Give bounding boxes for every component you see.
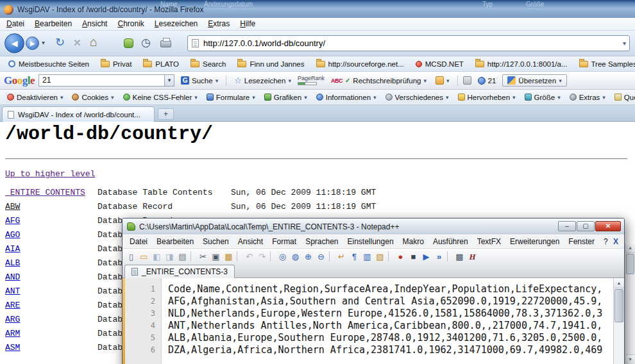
location-bar[interactable]: http://127.0.0.1/world-db/country/ ▾ <box>187 35 630 51</box>
save-all-icon[interactable]: ◨ <box>164 251 176 263</box>
menu-item[interactable]: ? <box>599 237 613 246</box>
paste-icon[interactable]: ▦ <box>223 251 235 263</box>
open-folder-icon[interactable]: ▭ <box>138 251 150 263</box>
scroll-up-icon[interactable]: ▲ <box>625 244 635 253</box>
menu-item[interactable]: Fenster <box>564 237 599 246</box>
highlighter-icon[interactable] <box>463 76 471 85</box>
dropdown-icon[interactable]: ▾ <box>602 94 605 101</box>
bookmark-item[interactable]: Meistbesuchte Seiten <box>3 60 95 68</box>
scroll-up-icon[interactable]: ▲ <box>614 278 624 288</box>
entry-link[interactable]: ALB <box>5 256 20 270</box>
maximize-button[interactable]: ▢ <box>577 221 595 231</box>
dropdown-icon[interactable]: ▾ <box>512 94 516 101</box>
dropdown-icon[interactable]: ▾ <box>216 78 219 84</box>
cut-icon[interactable]: ✂ <box>197 251 209 263</box>
print-icon[interactable] <box>160 40 171 47</box>
webdev-item[interactable]: Deaktivieren ▾ <box>3 94 67 101</box>
menu-item[interactable]: Ansicht <box>77 18 112 30</box>
menu-item[interactable]: Sprachen <box>301 237 343 246</box>
entry-link[interactable]: ARM <box>5 327 20 341</box>
menu-item[interactable]: Format <box>267 237 301 246</box>
undo-icon[interactable]: ↶ <box>243 251 255 263</box>
scrollbar-thumb[interactable] <box>614 289 623 322</box>
run-macro-multiple-icon[interactable]: » <box>433 251 445 263</box>
translate-button[interactable]: Übersetzen ▾ <box>502 74 566 87</box>
webdev-item[interactable]: Extras ▾ <box>565 94 610 101</box>
menu-item[interactable]: Chronik <box>112 18 149 30</box>
menu-item[interactable]: Erweiterungen <box>505 237 564 246</box>
pagerank-indicator[interactable]: PageRank <box>298 76 325 85</box>
tab-wsgidav[interactable]: WsgiDAV - Index of /world-db/count... <box>2 106 155 122</box>
webdev-item[interactable]: Hervorheben ▾ <box>453 94 520 101</box>
menu-item[interactable]: TextFX <box>473 237 505 246</box>
entry-link[interactable]: ARE <box>5 299 20 313</box>
zoom-in-icon[interactable]: ⊕ <box>302 251 314 263</box>
search-count[interactable]: 21 <box>475 76 499 85</box>
webdev-item[interactable]: Verschiedenes ▾ <box>381 94 453 101</box>
search-dropdown-icon[interactable]: ▾ <box>164 75 174 86</box>
dropdown-icon[interactable]: ▾ <box>60 94 64 101</box>
webdev-item[interactable]: Cookies ▾ <box>67 94 118 101</box>
entry-link[interactable]: ASM <box>5 341 20 355</box>
dropdown-icon[interactable]: ▾ <box>446 94 449 101</box>
dropdown-icon[interactable]: ▾ <box>252 94 255 101</box>
back-button[interactable]: ◀ <box>4 33 24 53</box>
stop-macro-icon[interactable]: ■ <box>407 251 419 263</box>
menu-item[interactable]: Ausführen <box>428 237 473 246</box>
dropdown-icon[interactable]: ▾ <box>446 78 450 84</box>
entry-link[interactable]: AND <box>5 270 20 285</box>
menu-item[interactable]: Makro <box>398 237 428 246</box>
document-tab[interactable]: _ENTIRE_CONTENTS-3 <box>124 265 235 278</box>
webdev-item[interactable]: Keine CSS-Fehler ▾ <box>119 94 202 101</box>
entry-link[interactable]: AGO <box>5 228 20 242</box>
show-symbols-icon[interactable]: ¶ <box>348 251 360 263</box>
replace-icon[interactable]: ◍ <box>289 251 301 263</box>
menu-item[interactable]: Suchen <box>198 237 233 246</box>
doc-map-icon[interactable]: ▧ <box>374 251 386 263</box>
minimize-button[interactable]: – <box>558 221 576 231</box>
record-macro-icon[interactable]: ● <box>394 251 407 263</box>
copy-icon[interactable]: ▣ <box>210 251 222 263</box>
save-icon[interactable]: ◧ <box>151 251 163 263</box>
bookmark-item[interactable]: MCSD.NET <box>410 60 470 68</box>
bookmark-item[interactable]: http://127.0.0.1:8001/a... <box>470 60 573 68</box>
zoom-out-icon[interactable]: ⊖ <box>315 251 327 263</box>
indent-guide-icon[interactable]: ▥ <box>361 251 373 263</box>
extension-icon[interactable] <box>124 38 133 48</box>
entry-link[interactable]: ARG <box>5 313 20 327</box>
webdev-item[interactable]: Quelltext ▾ <box>610 94 635 101</box>
stop-icon[interactable]: ✕ <box>73 37 81 49</box>
entry-link[interactable]: ANT <box>5 285 20 299</box>
entry-link[interactable]: ENTIRE CONTENTS <box>5 186 85 200</box>
close-button[interactable]: ✕ <box>595 221 621 231</box>
menu-item[interactable]: Bearbeiten <box>152 237 198 246</box>
dropdown-icon[interactable]: ▾ <box>559 78 562 84</box>
google-search-button[interactable]: G Suche ▾ <box>178 76 221 85</box>
scroll-down-icon[interactable]: ▼ <box>625 354 635 364</box>
print-icon[interactable]: ▤ <box>176 251 189 263</box>
dropdown-icon[interactable]: ▾ <box>304 94 307 101</box>
menu-item[interactable]: Einstellungen <box>343 237 398 246</box>
menu-item[interactable]: Extras <box>203 18 235 30</box>
new-tab-button[interactable]: + <box>158 108 174 120</box>
history-clock-icon[interactable]: ◷ <box>141 36 151 49</box>
scrollbar-thumb[interactable] <box>626 254 634 274</box>
url-text[interactable]: http://127.0.0.1/world-db/country/ <box>203 36 325 51</box>
entry-link[interactable]: AFG <box>5 214 20 228</box>
menu-item[interactable]: Datei <box>1 18 30 30</box>
new-file-icon[interactable]: ▯ <box>125 251 137 263</box>
bookmark-item[interactable]: http://sourceforge.net... <box>310 60 410 68</box>
textfx-icon[interactable]: H <box>466 251 478 263</box>
menu-item[interactable]: Bearbeiten <box>30 18 77 30</box>
dropdown-icon[interactable]: ▾ <box>288 78 291 84</box>
dropdown-icon[interactable]: ▾ <box>557 94 561 101</box>
firefox-titlebar[interactable]: Name Änderungsdatum Typ Größe WsgiDAV - … <box>0 0 635 18</box>
entry-link[interactable]: ABW <box>5 200 20 214</box>
dropdown-icon[interactable]: ▾ <box>194 94 198 101</box>
dropdown-icon[interactable]: ▾ <box>423 78 427 84</box>
home-icon[interactable]: ⌂ <box>90 35 97 49</box>
webdev-item[interactable]: Informationen ▾ <box>312 94 381 101</box>
editor-scrollbar[interactable]: ▲ <box>613 278 624 364</box>
redo-icon[interactable]: ↷ <box>256 251 268 263</box>
bookmark-item[interactable]: PLATO <box>137 60 185 68</box>
